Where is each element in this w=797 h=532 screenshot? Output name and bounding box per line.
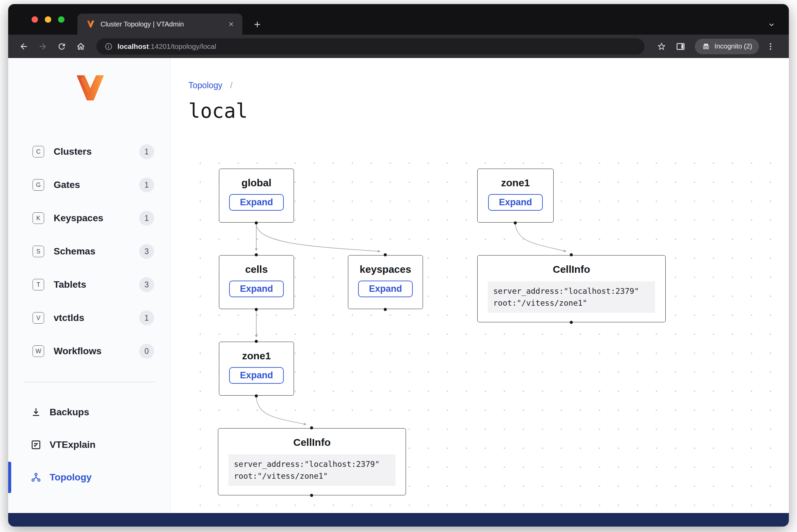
code-line: server_address:"localhost:2379" — [493, 285, 650, 297]
code-line: root:"/vitess/zone1" — [234, 470, 390, 482]
sidebar-item-topology[interactable]: Topology — [8, 461, 170, 494]
sidebar-item-vtctlds[interactable]: V vtctlds 1 — [8, 301, 170, 335]
node-cells: cells Expand — [219, 255, 294, 309]
sidebar-item-gates[interactable]: G Gates 1 — [8, 168, 170, 202]
sidebar-item-label: Workflows — [54, 346, 101, 357]
sidebar-item-label: vtctlds — [54, 312, 84, 323]
address-bar[interactable]: localhost:14201/topology/local — [96, 38, 645, 55]
expand-button[interactable]: Expand — [488, 194, 543, 211]
sidebar-divider — [24, 382, 155, 382]
cellinfo-code: server_address:"localhost:2379" root:"/v… — [228, 454, 395, 486]
clusters-icon: C — [33, 146, 44, 157]
expand-button[interactable]: Expand — [229, 281, 284, 297]
topology-page: Topology / local — [170, 58, 789, 513]
sidebar-item-backups[interactable]: Backups — [8, 396, 170, 429]
cellinfo-code: server_address:"localhost:2379" root:"/v… — [488, 281, 655, 313]
star-icon — [657, 42, 666, 51]
vitess-favicon — [86, 20, 95, 28]
bookmark-button[interactable] — [653, 38, 670, 55]
sidebar-item-label: Schemas — [54, 246, 95, 257]
browser-toolbar: localhost:14201/topology/local Incognito… — [8, 35, 789, 58]
sidebar-item-vtexplain[interactable]: VTExplain — [8, 429, 170, 461]
code-line: root:"/vitess/zone1" — [493, 297, 650, 309]
tab-title: Cluster Topology | VTAdmin — [100, 20, 227, 28]
macos-close-button[interactable] — [32, 16, 38, 23]
sidebar-item-label: Gates — [54, 179, 80, 190]
tab-search-button[interactable] — [766, 19, 777, 31]
count-badge: 0 — [139, 344, 154, 359]
node-title: cells — [219, 264, 294, 275]
sidebar-item-workflows[interactable]: W Workflows 0 — [8, 335, 170, 368]
macos-minimize-button[interactable] — [45, 16, 51, 23]
sidebar-item-tablets[interactable]: T Tablets 3 — [8, 268, 170, 301]
breadcrumb-separator: / — [230, 80, 233, 90]
active-nav-indicator — [8, 462, 11, 493]
vitess-logo — [75, 74, 105, 102]
node-global: global Expand — [219, 169, 294, 223]
incognito-badge[interactable]: Incognito (2) — [695, 39, 759, 54]
keyspaces-icon: K — [33, 212, 44, 224]
expand-button[interactable]: Expand — [229, 194, 284, 211]
browser-window: Cluster Topology | VTAdmin localhost:14 — [8, 4, 789, 527]
node-title: zone1 — [478, 177, 553, 189]
url-text: localhost:14201/topology/local — [117, 42, 216, 51]
sidebar-item-label: VTExplain — [50, 439, 95, 450]
node-title: keyspaces — [348, 264, 423, 275]
sidebar-item-label: Backups — [50, 407, 89, 418]
code-line: server_address:"localhost:2379" — [234, 458, 390, 470]
browser-tab[interactable]: Cluster Topology | VTAdmin — [77, 14, 242, 35]
document-check-icon — [31, 439, 41, 450]
node-cellinfo-bottom: CellInfo server_address:"localhost:2379"… — [218, 428, 406, 495]
macos-zoom-button[interactable] — [58, 16, 64, 23]
sidebar: C Clusters 1 G Gates 1 K Keyspaces 1 S S… — [8, 58, 170, 513]
footer-bar — [8, 513, 789, 527]
node-title: CellInfo — [218, 437, 406, 448]
count-badge: 1 — [139, 211, 154, 226]
node-title: global — [219, 177, 294, 189]
sidebar-item-keyspaces[interactable]: K Keyspaces 1 — [8, 202, 170, 235]
node-cellinfo-right: CellInfo server_address:"localhost:2379"… — [477, 255, 666, 322]
count-badge: 3 — [139, 244, 154, 259]
sidebar-item-label: Keyspaces — [54, 213, 103, 224]
sidebar-item-schemas[interactable]: S Schemas 3 — [8, 235, 170, 268]
url-host: localhost — [117, 42, 149, 50]
breadcrumb-topology-link[interactable]: Topology — [188, 80, 222, 90]
forward-arrow-icon — [38, 42, 48, 51]
url-path: :14201/topology/local — [149, 42, 216, 50]
chevron-down-icon — [767, 20, 776, 29]
schemas-icon: S — [33, 246, 44, 257]
vtctlds-icon: V — [33, 312, 44, 324]
home-button[interactable] — [73, 38, 89, 55]
topology-icon — [31, 472, 41, 483]
breadcrumb: Topology / — [188, 80, 233, 90]
browser-menu-button[interactable] — [762, 38, 779, 55]
side-panel-icon — [676, 42, 685, 51]
count-badge: 1 — [139, 144, 154, 159]
back-arrow-icon — [19, 42, 29, 51]
node-title: CellInfo — [478, 264, 665, 275]
sidebar-item-label: Topology — [50, 472, 92, 483]
side-panel-button[interactable] — [672, 38, 689, 55]
count-badge: 1 — [139, 310, 154, 325]
reload-button[interactable] — [54, 38, 70, 55]
count-badge: 3 — [139, 277, 154, 292]
page-title: local — [188, 99, 248, 122]
page-content: C Clusters 1 G Gates 1 K Keyspaces 1 S S… — [8, 58, 789, 527]
sidebar-item-label: Tablets — [54, 279, 86, 290]
info-icon[interactable] — [105, 42, 113, 51]
reload-icon — [57, 42, 67, 51]
new-tab-button[interactable] — [251, 18, 263, 31]
kebab-menu-icon — [766, 42, 775, 51]
workflows-icon: W — [33, 345, 44, 357]
back-button[interactable] — [16, 38, 32, 55]
count-badge: 1 — [139, 177, 154, 192]
tab-close-icon[interactable] — [227, 20, 236, 28]
expand-button[interactable]: Expand — [229, 367, 284, 384]
node-keyspaces: keyspaces Expand — [348, 255, 423, 309]
gates-icon: G — [33, 179, 44, 191]
sidebar-item-clusters[interactable]: C Clusters 1 — [8, 135, 170, 168]
node-zone1-lower: zone1 Expand — [219, 342, 294, 396]
sidebar-item-label: Clusters — [54, 146, 92, 157]
forward-button[interactable] — [35, 38, 51, 55]
expand-button[interactable]: Expand — [358, 281, 413, 297]
